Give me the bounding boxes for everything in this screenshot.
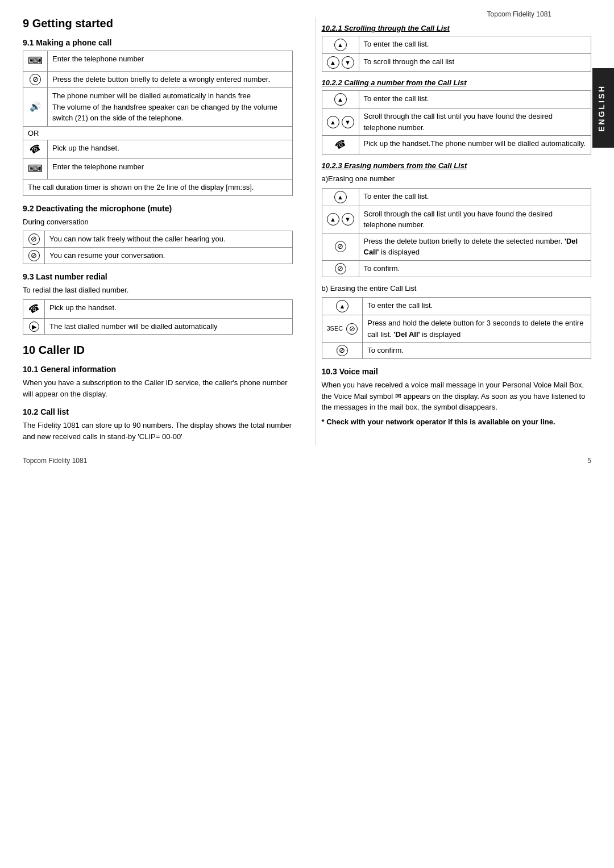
up-arrow-2: ▲ (327, 116, 339, 128)
del-all-bold: 'Del All' (393, 330, 420, 339)
up-icon-cell-1: ▲ (322, 36, 359, 54)
section10-2-text: The Fidelity 1081 can store up to 90 num… (23, 420, 293, 442)
speaker-icon-cell: 🔊 (23, 88, 48, 127)
section9-title: 9 Getting started (23, 17, 293, 30)
or-row: OR (23, 126, 293, 140)
3sec-label: 3SEC (327, 324, 343, 333)
mute-text-2: You can resume your conversation. (45, 248, 293, 264)
enter-call-list-text-3: To enter the call list. (359, 188, 591, 206)
section9-3-title: 9.3 Last number redial (23, 272, 293, 281)
keypad-icon: ⌨ (28, 55, 43, 66)
table-row: ☎ Pick up the handset. (23, 140, 293, 159)
up-icon-3: ▲ (334, 191, 347, 203)
confirm-text-1: To confirm. (359, 260, 591, 277)
page-container: Topcom Fidelity 1081 ENGLISH 9 Getting s… (0, 0, 614, 868)
hold-delete-text: Press and hold the delete button for 3 s… (363, 315, 591, 343)
table-row: ▲ ▼ Scroll through the call list until y… (322, 206, 591, 233)
section10-2-2-table: ▲ To enter the call list. ▲ ▼ Scroll thr… (322, 90, 592, 155)
mute-icon-cell-2: ⊘ (23, 248, 45, 264)
table-row: ▲ ▼ To scroll through the call list (322, 54, 591, 72)
keypad-icon-2: ⌨ (28, 163, 43, 174)
right-arrow-icon: ▶ (29, 322, 39, 332)
table-row: ⊘ You can now talk freely without the ca… (23, 231, 293, 248)
3sec-delete-icons: 3SEC ⊘ (327, 323, 358, 335)
up-icon-cell-2: ▲ (322, 91, 359, 108)
footer-left: Topcom Fidelity 1081 (23, 457, 87, 465)
up-down-icon-cell-3: ▲ ▼ (322, 206, 359, 233)
section10-3-title: 10.3 Voice mail (322, 367, 592, 376)
delete-erase-icon-cell: ⊘ (322, 233, 359, 260)
up-arrow-3: ▲ (327, 213, 339, 226)
down-arrow-1: ▼ (342, 56, 354, 69)
up-icon-2: ▲ (334, 93, 347, 106)
handset-call-icon: ☎ (332, 136, 349, 154)
up-down-icon-cell-2: ▲ ▼ (322, 108, 359, 136)
up-down-icon-cell-1: ▲ ▼ (322, 54, 359, 72)
delete-erase-icon: ⊘ (335, 241, 346, 252)
timer-text: The call duration timer is shown on the … (23, 180, 293, 196)
section10-2-2-title: 10.2.2 Calling a number from the Call Li… (322, 78, 592, 87)
del-call-bold: 'Del Call' (364, 237, 578, 257)
3sec-delete-icon: ⊘ (346, 323, 358, 335)
confirm-icon-cell-1: ⊘ (322, 260, 359, 277)
delete-text: Press the delete button briefly to delet… (48, 72, 293, 88)
table-row: ▲ To enter the call list. (322, 91, 591, 108)
table-row: ⊘ Press the delete button briefly to del… (23, 72, 293, 88)
enter-call-list-text-4: To enter the call list. (363, 298, 591, 315)
up-icon-cell-3: ▲ (322, 188, 359, 206)
keypad-icon-cell: ⌨ (23, 51, 48, 72)
table-row: ⌨ Enter the telephone number (23, 51, 293, 72)
up-icon-1: ▲ (334, 39, 347, 51)
table-row: ⊘ You can resume your conversation. (23, 248, 293, 264)
enter-number-text-2: Enter the telephone number (48, 159, 293, 180)
handsfree-text: The phone number will be dialled automat… (48, 88, 293, 127)
enter-call-list-text-2: To enter the call list. (359, 91, 591, 108)
section9-1-table: ⌨ Enter the telephone number ⊘ Press the… (23, 51, 293, 196)
section10-2-3-a-table: ▲ To enter the call list. ▲ ▼ Scroll thr… (322, 188, 592, 277)
down-arrow-2: ▼ (342, 116, 354, 128)
table-row: 🔊 The phone number will be dialled autom… (23, 88, 293, 127)
table-row: ☎ Pick up the handset. (23, 299, 293, 318)
table-row: ▲ To enter the call list. (322, 36, 591, 54)
section9-3-intro: To redial the last dialled number. (23, 285, 293, 296)
footer-right: 5 (587, 457, 591, 465)
section10-2-3-b-label: b) Erasing the entire Call List (322, 283, 592, 294)
confirm-text-2: To confirm. (363, 343, 591, 359)
enter-number-text: Enter the telephone number (48, 51, 293, 72)
handset-call-icon-cell: ☎ (322, 136, 359, 155)
pickup-dial-text: Pick up the handset.The phone number wil… (359, 136, 591, 155)
speaker-icon: 🔊 (30, 102, 41, 111)
left-column: 9 Getting started 9.1 Making a phone cal… (23, 17, 298, 445)
or-text: OR (23, 126, 293, 140)
scroll-call-list-text: To scroll through the call list (359, 54, 591, 72)
table-row: The call duration timer is shown on the … (23, 180, 293, 196)
table-row: ⌨ Enter the telephone number (23, 159, 293, 180)
section9-2-during: During conversation (23, 216, 293, 228)
mute-icon-cell-1: ⊘ (23, 231, 45, 248)
handset-redial-icon: ☎ (26, 300, 42, 318)
scroll-find-number-text: Scroll through the call list until you h… (359, 108, 591, 136)
redial-text: The last dialled number will be dialled … (45, 318, 293, 335)
mute-icon-1: ⊘ (28, 233, 40, 245)
table-row: ⊘ Press the delete button briefly to del… (322, 233, 591, 260)
confirm-icon-cell-2: ⊘ (322, 343, 363, 359)
delete-icon-cell: ⊘ (23, 72, 48, 88)
section9-2-table: ⊘ You can now talk freely without the ca… (23, 231, 293, 264)
mute-icon-2: ⊘ (28, 250, 40, 261)
table-row: ▲ To enter the call list. (322, 188, 591, 206)
right-column: 10.2.1 Scrolling through the Call List ▲… (316, 17, 592, 445)
mute-text-1: You can now talk freely without the call… (45, 231, 293, 248)
table-row: ⊘ To confirm. (322, 260, 591, 277)
up-down-icons-2: ▲ ▼ (327, 116, 354, 128)
up-down-icons-1: ▲ ▼ (327, 56, 354, 69)
up-arrow-1: ▲ (327, 56, 339, 69)
scroll-find-number-text-2: Scroll through the call list until you h… (359, 206, 591, 233)
section10-2-1-title: 10.2.1 Scrolling through the Call List (322, 24, 592, 32)
delete-selected-text: Press the delete button briefly to delet… (359, 233, 591, 260)
top-right-label: Topcom Fidelity 1081 (487, 10, 551, 18)
section10-1-title: 10.1 General information (23, 365, 293, 374)
confirm-icon-2: ⊘ (337, 345, 348, 356)
table-row: ▲ To enter the call list. (322, 298, 591, 315)
section9-1-title: 9.1 Making a phone call (23, 38, 293, 47)
section10-2-1-table: ▲ To enter the call list. ▲ ▼ To scroll … (322, 36, 592, 72)
